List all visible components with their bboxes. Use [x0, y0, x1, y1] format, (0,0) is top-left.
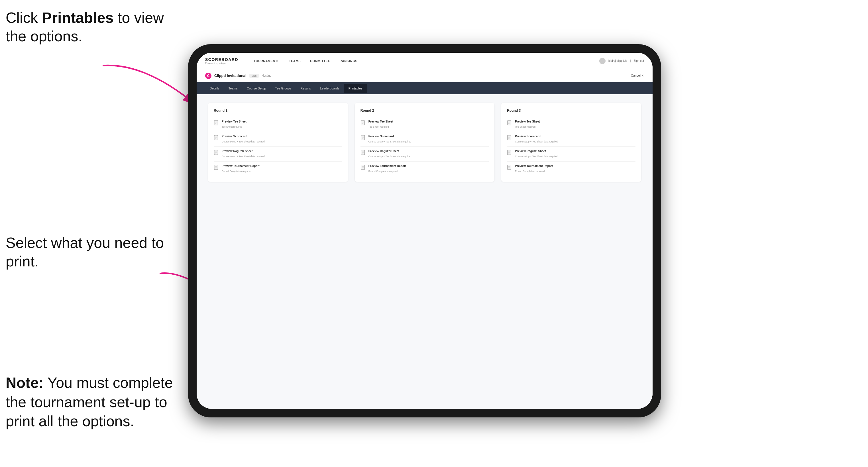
round-3-title: Round 3: [507, 108, 636, 113]
round1-tee-sheet-note: Tee Sheet required: [222, 125, 242, 128]
round2-scorecard-text: Preview Scorecard Course setup + Tee She…: [368, 135, 411, 144]
tournament-badge: Men: [249, 74, 259, 78]
round3-tee-sheet[interactable]: Preview Tee Sheet Tee Sheet required: [507, 117, 636, 132]
round3-scorecard-note: Course setup + Tee Sheet data required: [515, 140, 558, 143]
round1-scorecard-note: Course setup + Tee Sheet data required: [222, 140, 265, 143]
tab-details[interactable]: Details: [205, 84, 224, 93]
round2-tee-sheet-label: Preview Tee Sheet: [368, 120, 393, 123]
instruction-bottom-bold: Note:: [6, 374, 43, 391]
document-icon: [214, 135, 219, 141]
round2-scorecard-label: Preview Scorecard: [368, 135, 411, 138]
round2-tee-sheet[interactable]: Preview Tee Sheet Tee Sheet required: [361, 117, 489, 132]
brand-sub: Powered by clippd: [205, 62, 238, 64]
round1-raguzzi-note: Course setup + Tee Sheet data required: [222, 155, 265, 158]
cancel-button[interactable]: Cancel ✕: [631, 74, 644, 77]
document-icon: [361, 120, 366, 126]
round1-raguzzi[interactable]: Preview Raguzzi Sheet Course setup + Tee…: [214, 147, 342, 161]
rounds-grid: Round 1 Preview Tee Sheet Tee Sheet requ…: [208, 103, 641, 182]
round3-scorecard-text: Preview Scorecard Course setup + Tee She…: [515, 135, 558, 144]
nav-teams[interactable]: TEAMS: [285, 58, 305, 64]
instruction-top-bold: Printables: [42, 9, 114, 26]
round3-raguzzi-text: Preview Raguzzi Sheet Course setup + Tee…: [515, 150, 558, 158]
round2-raguzzi-text: Preview Raguzzi Sheet Course setup + Tee…: [368, 150, 411, 158]
round3-report-label: Preview Tournament Report: [515, 164, 553, 167]
tournament-left: C Clippd Invitational Men Hosting: [205, 73, 271, 79]
round-1-section: Round 1 Preview Tee Sheet Tee Sheet requ…: [208, 103, 348, 182]
tab-course-setup[interactable]: Course Setup: [242, 84, 271, 93]
round3-report-note: Round Completion required: [515, 170, 545, 173]
user-email: blair@clippd.io: [609, 59, 627, 62]
round2-tee-sheet-note: Tee Sheet required: [368, 125, 389, 128]
sign-out-link[interactable]: Sign out: [633, 59, 644, 62]
document-icon: [361, 150, 366, 156]
tournament-name: Clippd Invitational: [214, 73, 247, 78]
round2-report-text: Preview Tournament Report Round Completi…: [368, 164, 406, 173]
nav-links: TOURNAMENTS TEAMS COMMITTEE RANKINGS: [250, 58, 599, 64]
tab-results[interactable]: Results: [296, 84, 315, 93]
round3-scorecard-label: Preview Scorecard: [515, 135, 558, 138]
tab-leaderboards[interactable]: Leaderboards: [315, 84, 344, 93]
tournament-header: C Clippd Invitational Men Hosting Cancel…: [197, 69, 653, 82]
document-icon: [214, 165, 219, 170]
document-icon: [361, 135, 366, 141]
round3-report-text: Preview Tournament Report Round Completi…: [515, 164, 553, 173]
round3-tee-sheet-note: Tee Sheet required: [515, 125, 535, 128]
document-icon: [507, 165, 512, 170]
instruction-bottom: Note: You must complete the tournament s…: [6, 373, 177, 431]
nav-separator: |: [630, 59, 631, 62]
round1-report-note: Round Completion required: [222, 170, 251, 173]
round2-scorecard[interactable]: Preview Scorecard Course setup + Tee She…: [361, 132, 489, 147]
round2-raguzzi-note: Course setup + Tee Sheet data required: [368, 155, 411, 158]
round-2-title: Round 2: [361, 108, 489, 113]
round3-tee-sheet-text: Preview Tee Sheet Tee Sheet required: [515, 120, 540, 129]
round1-raguzzi-text: Preview Raguzzi Sheet Course setup + Tee…: [222, 150, 265, 158]
tab-teams[interactable]: Teams: [224, 84, 242, 93]
instruction-middle: Select what you need to print.: [6, 234, 165, 271]
round2-report-note: Round Completion required: [368, 170, 398, 173]
round-1-title: Round 1: [214, 108, 342, 113]
round2-tournament-report[interactable]: Preview Tournament Report Round Completi…: [361, 161, 489, 176]
tournament-logo: C: [205, 73, 212, 79]
tablet-device: SCOREBOARD Powered by clippd TOURNAMENTS…: [188, 44, 661, 417]
round2-raguzzi[interactable]: Preview Raguzzi Sheet Course setup + Tee…: [361, 147, 489, 161]
round1-tee-sheet-text: Preview Tee Sheet Tee Sheet required: [222, 120, 247, 129]
tournament-status: Hosting: [261, 74, 271, 77]
instruction-top: Click Printables to view the options.: [6, 8, 171, 45]
round1-report-label: Preview Tournament Report: [222, 164, 259, 167]
instruction-middle-text: Select what you need to print.: [6, 235, 164, 270]
round-3-section: Round 3 Preview Tee Sheet Tee Sheet requ…: [501, 103, 641, 182]
document-icon: [214, 150, 219, 156]
round3-raguzzi-label: Preview Raguzzi Sheet: [515, 150, 558, 153]
round1-raguzzi-label: Preview Raguzzi Sheet: [222, 150, 265, 153]
round2-tee-sheet-text: Preview Tee Sheet Tee Sheet required: [368, 120, 393, 129]
round2-report-label: Preview Tournament Report: [368, 164, 406, 167]
document-icon: [507, 150, 512, 156]
round1-tournament-report[interactable]: Preview Tournament Report Round Completi…: [214, 161, 342, 176]
round3-scorecard[interactable]: Preview Scorecard Course setup + Tee She…: [507, 132, 636, 147]
round1-tee-sheet-label: Preview Tee Sheet: [222, 120, 247, 123]
brand-title: SCOREBOARD: [205, 57, 238, 62]
round3-raguzzi-note: Course setup + Tee Sheet data required: [515, 155, 558, 158]
round2-scorecard-note: Course setup + Tee Sheet data required: [368, 140, 411, 143]
tab-tee-groups[interactable]: Tee Groups: [271, 84, 296, 93]
round1-scorecard-label: Preview Scorecard: [222, 135, 265, 138]
nav-committee[interactable]: COMMITTEE: [306, 58, 334, 64]
sub-nav: Details Teams Course Setup Tee Groups Re…: [197, 82, 653, 94]
round3-tournament-report[interactable]: Preview Tournament Report Round Completi…: [507, 161, 636, 176]
document-icon: [507, 120, 512, 126]
document-icon: [507, 135, 512, 141]
user-avatar: [599, 58, 606, 64]
main-content: Round 1 Preview Tee Sheet Tee Sheet requ…: [197, 94, 653, 409]
round1-report-text: Preview Tournament Report Round Completi…: [222, 164, 259, 173]
tab-printables[interactable]: Printables: [344, 84, 367, 93]
round1-scorecard[interactable]: Preview Scorecard Course setup + Tee She…: [214, 132, 342, 147]
nav-rankings[interactable]: RANKINGS: [335, 58, 361, 64]
brand: SCOREBOARD Powered by clippd: [205, 57, 238, 64]
round1-tee-sheet[interactable]: Preview Tee Sheet Tee Sheet required: [214, 117, 342, 132]
round3-raguzzi[interactable]: Preview Raguzzi Sheet Course setup + Tee…: [507, 147, 636, 161]
document-icon: [361, 165, 366, 170]
instruction-top-prefix: Click: [6, 9, 42, 26]
round3-tee-sheet-label: Preview Tee Sheet: [515, 120, 540, 123]
nav-tournaments[interactable]: TOURNAMENTS: [250, 58, 283, 64]
top-nav: SCOREBOARD Powered by clippd TOURNAMENTS…: [197, 53, 653, 69]
